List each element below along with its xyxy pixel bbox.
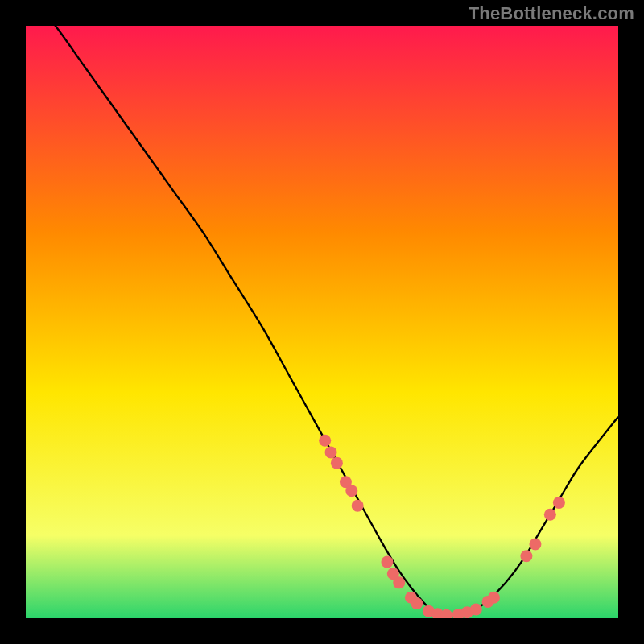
data-marker (352, 500, 364, 512)
curve-path (26, 26, 618, 615)
data-marker (520, 550, 532, 562)
data-marker (470, 603, 482, 615)
marker-layer (319, 435, 565, 618)
data-marker (553, 497, 565, 509)
data-marker (345, 485, 357, 497)
data-marker (529, 539, 541, 551)
data-marker (393, 576, 405, 588)
data-marker (319, 435, 331, 447)
data-marker (331, 457, 343, 469)
data-marker (411, 597, 423, 609)
data-marker (544, 509, 556, 521)
data-marker (325, 446, 337, 458)
data-marker (488, 592, 500, 604)
plot-area (26, 26, 618, 618)
bottleneck-curve (26, 26, 618, 618)
watermark-text: TheBottleneck.com (469, 3, 634, 24)
chart-frame: TheBottleneck.com (0, 0, 644, 644)
data-marker (381, 556, 393, 568)
